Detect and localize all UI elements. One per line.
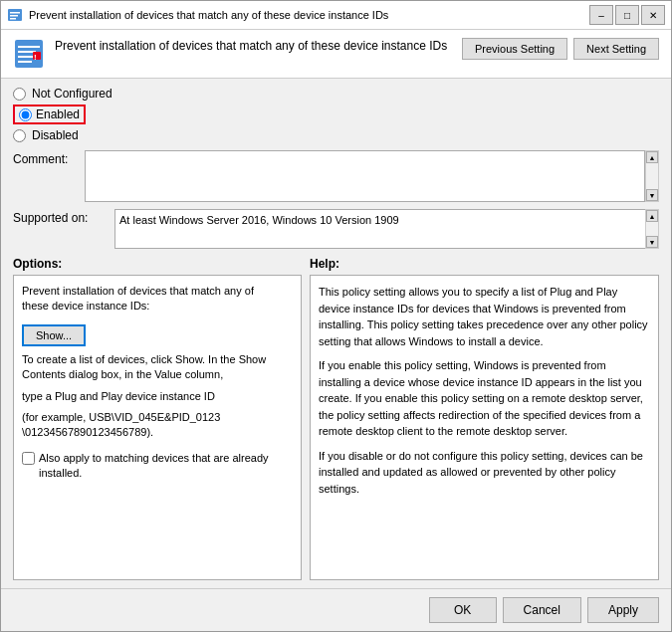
svg-rect-5 xyxy=(18,46,40,48)
window-icon xyxy=(7,7,23,23)
checkbox-label: Also apply to matching devices that are … xyxy=(39,451,293,482)
help-panel: Help: This policy setting allows you to … xyxy=(310,257,659,580)
svg-rect-2 xyxy=(10,15,18,17)
previous-setting-button[interactable]: Previous Setting xyxy=(462,38,567,60)
comment-label: Comment: xyxy=(13,150,73,166)
help-para-1: This policy setting allows you to specif… xyxy=(319,284,650,349)
enabled-radio[interactable]: Enabled xyxy=(13,105,659,124)
options-description: Prevent installation of devices that mat… xyxy=(22,284,293,315)
svg-rect-1 xyxy=(10,12,20,14)
help-title: Help: xyxy=(310,257,659,271)
supported-row: Supported on: At least Windows Server 20… xyxy=(13,209,659,249)
footer: OK Cancel Apply xyxy=(1,588,671,631)
supported-area: At least Windows Server 2016, Windows 10… xyxy=(114,209,659,249)
not-configured-label: Not Configured xyxy=(32,87,112,101)
apply-button[interactable]: Apply xyxy=(587,597,659,623)
main-window: Prevent installation of devices that mat… xyxy=(0,0,672,632)
options-title: Options: xyxy=(13,257,302,271)
disabled-label: Disabled xyxy=(32,128,79,142)
svg-rect-8 xyxy=(18,61,32,63)
supported-value: At least Windows Server 2016, Windows 10… xyxy=(114,209,659,249)
enabled-label: Enabled xyxy=(36,107,80,121)
header-title: Prevent installation of devices that mat… xyxy=(55,38,452,55)
enabled-input[interactable] xyxy=(19,108,32,121)
content-area: Not Configured Enabled Disabled Comment:… xyxy=(1,79,671,588)
svg-rect-3 xyxy=(10,18,16,20)
main-body: Options: Prevent installation of devices… xyxy=(13,257,659,580)
checkbox-row: Also apply to matching devices that are … xyxy=(22,451,293,482)
close-button[interactable]: ✕ xyxy=(641,5,665,25)
disabled-radio[interactable]: Disabled xyxy=(13,128,659,142)
next-setting-button[interactable]: Next Setting xyxy=(573,38,659,60)
scroll-down-arrow[interactable]: ▼ xyxy=(646,189,658,201)
supported-scroll-up[interactable]: ▲ xyxy=(646,210,658,222)
header-buttons: Previous Setting Next Setting xyxy=(462,38,659,60)
also-apply-checkbox[interactable] xyxy=(22,452,35,465)
window-title: Prevent installation of devices that mat… xyxy=(29,9,583,21)
minimize-button[interactable]: – xyxy=(589,5,613,25)
help-para-2: If you enable this policy setting, Windo… xyxy=(319,357,650,440)
enabled-highlight: Enabled xyxy=(13,105,86,124)
options-instruction1: To create a list of devices, click Show.… xyxy=(22,352,293,383)
options-box: Prevent installation of devices that mat… xyxy=(13,275,302,580)
maximize-button[interactable]: □ xyxy=(615,5,639,25)
scroll-up-arrow[interactable]: ▲ xyxy=(646,151,658,163)
svg-text:!: ! xyxy=(34,53,37,62)
supported-label: Supported on: xyxy=(13,209,103,225)
not-configured-input[interactable] xyxy=(13,88,26,101)
header-section: ! Prevent installation of devices that m… xyxy=(1,30,671,79)
options-instruction2: type a Plug and Play device instance ID xyxy=(22,389,293,404)
supported-scroll-down[interactable]: ▼ xyxy=(646,236,658,248)
help-para-3: If you disable or do not configure this … xyxy=(319,448,650,498)
disabled-input[interactable] xyxy=(13,129,26,142)
supported-scrollbar: ▲ ▼ xyxy=(645,209,659,249)
comment-input[interactable] xyxy=(85,150,645,202)
help-box: This policy setting allows you to specif… xyxy=(310,275,659,580)
not-configured-radio[interactable]: Not Configured xyxy=(13,87,659,101)
options-instruction3: (for example, USB\VID_045E&PID_0123 \012… xyxy=(22,410,293,441)
radio-group: Not Configured Enabled Disabled xyxy=(13,87,659,142)
show-button[interactable]: Show... xyxy=(22,324,86,346)
title-bar: Prevent installation of devices that mat… xyxy=(1,1,671,30)
options-panel: Options: Prevent installation of devices… xyxy=(13,257,302,580)
ok-button[interactable]: OK xyxy=(429,597,497,623)
comment-row: Comment: ▲ ▼ xyxy=(13,150,659,205)
title-bar-controls: – □ ✕ xyxy=(589,5,665,25)
policy-header-icon: ! xyxy=(13,38,45,70)
cancel-button[interactable]: Cancel xyxy=(503,597,581,623)
comment-scrollbar: ▲ ▼ xyxy=(645,150,659,202)
comment-area: ▲ ▼ xyxy=(85,150,659,205)
